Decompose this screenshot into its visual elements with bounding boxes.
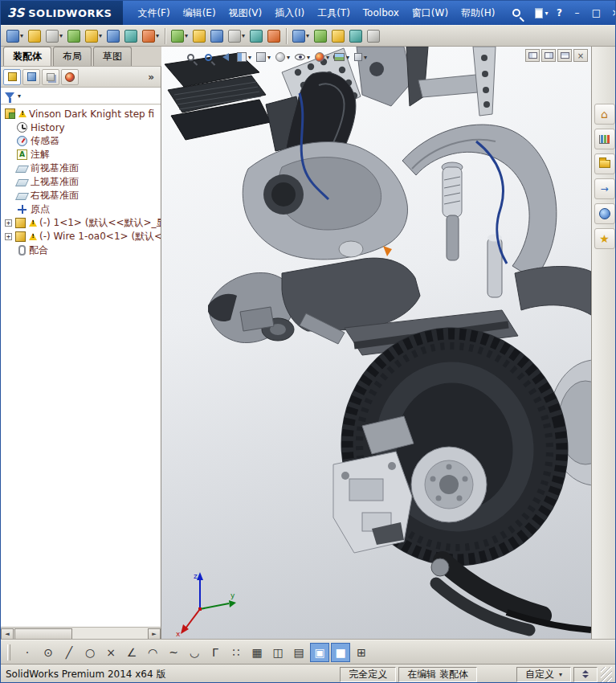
section-properties-icon[interactable] [365,27,381,45]
viewport-close-icon[interactable]: × [573,49,588,62]
display-style-icon[interactable]: ▾ [274,49,292,65]
window-pane-left-icon[interactable] [525,49,540,62]
displaymanager-tab[interactable] [61,69,79,85]
mate-icon[interactable] [27,27,43,45]
menu-file[interactable]: 文件(F) [131,3,176,23]
hole-alignment-icon[interactable] [312,27,328,45]
hide-show-items-icon[interactable]: ▾ [293,49,312,65]
move-component-icon[interactable]: ▾ [84,27,104,45]
linear-sketch-pattern-tool[interactable]: ∷ [226,643,246,662]
tangent-arc-tool[interactable]: ◡ [185,643,204,662]
measure-icon[interactable] [330,27,346,45]
help-icon[interactable]: ? [551,7,567,18]
menu-view[interactable]: 视图(V) [222,3,269,23]
view-orientation-icon[interactable]: ▾ [255,49,272,65]
tree-item-history[interactable]: History [1,121,161,134]
tables-tool[interactable]: ⊞ [352,643,371,662]
model-rear-frame[interactable] [357,47,487,106]
tree-item-front-plane[interactable]: 前视基准面 [1,162,161,175]
shaded-sketch-contours-tool[interactable]: ▣ [310,643,329,662]
convert-entities-tool[interactable]: ▤ [289,643,308,662]
model-exhaust[interactable] [431,558,591,630]
tree-item-component-1[interactable]: + (-) 1<1> (默认<<默认>_显 [1,216,161,230]
restore-button[interactable]: □ [586,5,606,21]
tree-item-assembly-root[interactable]: Vinson Dark Knight step fi [1,107,161,121]
corner-rectangle-tool[interactable]: Γ [206,643,225,662]
instant2d-tool[interactable]: ■ [331,643,350,662]
linear-component-pattern-icon[interactable]: ▾ [44,27,64,45]
model-rear-pillar[interactable] [473,47,496,116]
new-motion-study-icon[interactable] [191,27,207,45]
search-icon[interactable] [512,9,520,17]
menu-tools[interactable]: 工具(T) [311,3,357,23]
appearances-scenes-icon[interactable] [594,203,615,224]
reference-geometry-icon[interactable]: ▾ [169,27,190,45]
file-explorer-icon[interactable] [594,153,615,174]
exploded-view-icon[interactable]: ▾ [226,27,247,45]
trim-entities-tool[interactable]: × [101,643,120,662]
assembly-features-icon[interactable]: ▾ [141,27,161,45]
new-document-button[interactable]: ▾ [532,6,551,20]
show-hidden-components-icon[interactable] [123,27,139,45]
zoom-to-fit-icon[interactable] [182,49,198,65]
configurationmanager-tab[interactable] [42,69,59,85]
model-body-fairing[interactable] [208,141,420,342]
featuremanager-tree-tab[interactable] [3,69,21,85]
arc-tool[interactable]: ◠ [143,643,162,662]
clearance-verification-icon[interactable]: ▾ [291,27,311,45]
tree-item-origin[interactable]: 原点 [1,202,161,216]
menu-help[interactable]: 帮助(H) [455,3,501,23]
expand-panel-button[interactable]: » [144,72,158,83]
scroll-left-button[interactable]: ◄ [1,628,14,640]
scrollbar-thumb[interactable] [14,628,72,640]
model-fender[interactable] [515,267,591,316]
close-button[interactable]: × [606,5,616,21]
window-pane-right-icon[interactable] [541,49,556,62]
resize-grip[interactable] [601,667,612,682]
explode-line-sketch-icon[interactable] [248,27,264,45]
menu-insert[interactable]: 插入(I) [268,3,311,23]
mass-properties-icon[interactable] [348,27,364,45]
menu-window[interactable]: 窗口(W) [406,3,455,23]
bill-of-materials-icon[interactable] [209,27,225,45]
graphics-area[interactable]: z y x ▾ ▾ ▾ ▾ ▾ ▾ ▾ [161,47,591,640]
insert-components-icon[interactable]: ▾ [5,27,25,45]
panel-horizontal-scrollbar[interactable]: ◄ ► [1,627,161,640]
interference-detection-icon[interactable] [266,27,282,45]
smart-dimension-tool[interactable]: ∠ [122,643,141,662]
rotate-component-icon[interactable] [105,27,121,45]
menu-edit[interactable]: 编辑(E) [177,3,222,23]
toolbar-grip[interactable] [7,644,10,661]
model-radiator-grille[interactable] [165,53,304,151]
tree-item-component-wire-1[interactable]: + (-) Wire 1-oa0<1> (默认< [1,230,161,243]
tree-item-top-plane[interactable]: 上视基准面 [1,175,161,189]
filter-input[interactable] [24,90,157,102]
smart-fasteners-icon[interactable] [66,27,82,45]
solidworks-resources-icon[interactable]: ⌂ [594,104,615,125]
expand-icon[interactable]: + [5,233,12,240]
spline-tool[interactable]: ~ [164,643,183,662]
view-palette-icon[interactable]: → [594,178,615,199]
filter-dropdown-icon[interactable]: ▾ [18,92,21,100]
window-pane-both-icon[interactable] [557,49,572,62]
tree-item-mates[interactable]: 配合 [1,243,161,257]
tab-layout[interactable]: 布局 [53,47,92,66]
line-tool[interactable]: ╱ [59,643,79,662]
status-custom-toolbar[interactable]: 自定义 ▾ [516,667,571,682]
view-settings-icon[interactable]: ▾ [353,49,369,65]
circle-tool[interactable]: ○ [80,643,100,662]
tree-item-sensors[interactable]: 传感器 [1,134,161,148]
filter-funnel-icon[interactable] [5,92,14,99]
custom-properties-icon[interactable]: ★ [594,228,615,249]
menu-toolbox[interactable]: Toolbox [357,4,406,22]
section-view-icon[interactable]: ▾ [235,49,253,65]
tab-sketch[interactable]: 草图 [93,47,132,66]
tree-item-annotations[interactable]: A 注解 [1,148,161,162]
minimize-button[interactable]: – [567,5,586,21]
mirror-entities-tool[interactable]: ◫ [268,643,288,662]
propertymanager-tab[interactable] [22,69,40,85]
status-expand-button[interactable] [573,667,598,682]
scroll-right-button[interactable]: ► [148,628,161,640]
point-tool[interactable]: · [18,643,37,662]
zoom-to-area-icon[interactable] [200,49,216,65]
